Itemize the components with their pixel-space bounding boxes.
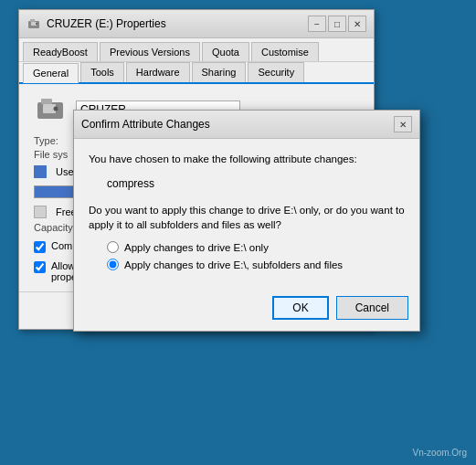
radio-option2-row: Apply changes to drive E:\, subfolders a…	[107, 259, 405, 270]
dialog-close-button[interactable]: ✕	[394, 116, 412, 132]
dialog-title: Confirm Attribute Changes	[81, 118, 210, 131]
close-button[interactable]: ✕	[348, 16, 366, 32]
dialog-apply-text: Do you want to apply this change to driv…	[89, 203, 405, 232]
free-color-indicator	[34, 206, 47, 218]
drive-title-icon	[26, 16, 41, 31]
confirm-dialog: Confirm Attribute Changes ✕ You have cho…	[73, 110, 420, 332]
title-bar-buttons: − □ ✕	[308, 16, 366, 32]
tabs-row-1: ReadyBoost Previous Versions Quota Custo…	[19, 38, 374, 62]
watermark: Vn-zoom.Org	[413, 448, 467, 458]
dialog-title-bar: Confirm Attribute Changes ✕	[74, 111, 419, 139]
svg-rect-1	[30, 19, 35, 22]
tab-general[interactable]: General	[23, 63, 79, 83]
title-bar: CRUZER (E:) Properties − □ ✕	[19, 10, 374, 38]
radio-all-subfolders[interactable]	[107, 259, 119, 270]
tab-quota[interactable]: Quota	[202, 42, 249, 61]
dialog-buttons: OK Cancel	[74, 291, 419, 331]
main-window-title: CRUZER (E:) Properties	[47, 17, 166, 30]
title-bar-left: CRUZER (E:) Properties	[26, 16, 166, 31]
svg-point-3	[36, 23, 37, 25]
dialog-content: You have chosen to make the following at…	[74, 139, 419, 291]
radio-option1-row: Apply changes to drive E:\ only	[107, 241, 405, 253]
maximize-button[interactable]: □	[328, 16, 346, 32]
radio-option1-label: Apply changes to drive E:\ only	[124, 242, 269, 253]
radio-group: Apply changes to drive E:\ only Apply ch…	[107, 241, 405, 270]
radio-option2-label: Apply changes to drive E:\, subfolders a…	[124, 259, 343, 270]
tab-previous-versions[interactable]: Previous Versions	[100, 42, 200, 61]
used-color-indicator	[34, 165, 47, 178]
radio-drive-only[interactable]	[107, 241, 119, 253]
tab-tools[interactable]: Tools	[80, 62, 124, 82]
svg-point-7	[54, 107, 58, 111]
svg-rect-5	[41, 99, 52, 104]
drive-icon	[34, 93, 67, 126]
compress-checkbox[interactable]	[34, 241, 46, 253]
tab-readyboost[interactable]: ReadyBoost	[23, 42, 98, 61]
index-checkbox[interactable]	[34, 261, 46, 273]
tabs-row-2: General Tools Hardware Sharing Security	[19, 62, 374, 84]
dialog-ok-button[interactable]: OK	[272, 296, 328, 320]
minimize-button[interactable]: −	[308, 16, 326, 32]
tab-sharing[interactable]: Sharing	[192, 62, 247, 82]
dialog-question: You have chosen to make the following at…	[89, 152, 405, 166]
dialog-cancel-button[interactable]: Cancel	[336, 296, 408, 320]
tab-security[interactable]: Security	[248, 62, 304, 82]
tab-hardware[interactable]: Hardware	[126, 62, 190, 82]
tab-customise[interactable]: Customise	[251, 42, 319, 61]
dialog-attribute: compress	[107, 177, 405, 190]
